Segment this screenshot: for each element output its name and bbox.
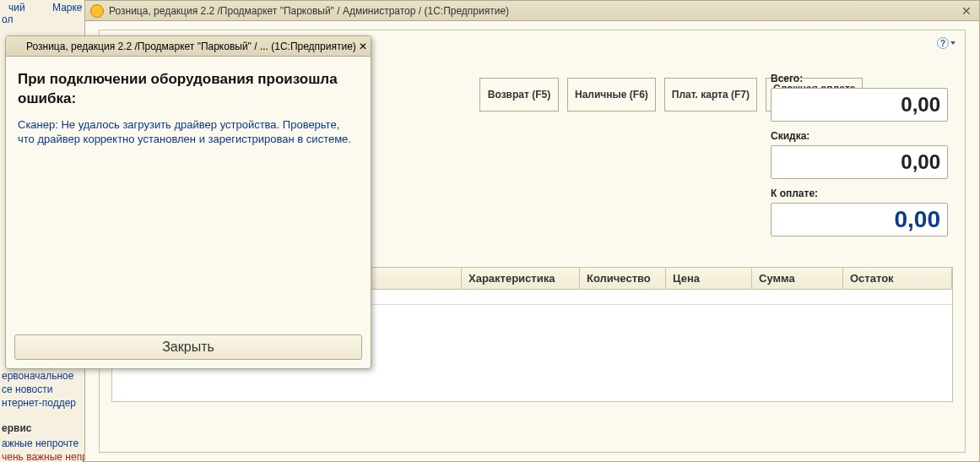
discount-value: 0,00 (901, 150, 940, 174)
total-value: 0,00 (901, 93, 940, 117)
bg-warning: чень важные непро (0, 451, 95, 462)
bg-link[interactable]: нтернет-поддер (0, 397, 78, 409)
cash-button[interactable]: Наличные (F6) (567, 78, 656, 111)
total-value-box: 0,00 (771, 88, 948, 122)
app-1c-icon (90, 4, 104, 18)
dialog-title: Розница, редакция 2.2 /Продмаркет "Парко… (26, 41, 359, 52)
bg-text: ервоначальное (0, 370, 75, 382)
button-label: Возврат (F5) (488, 89, 550, 101)
main-window-title: Розница, редакция 2.2 /Продмаркет "Парко… (109, 5, 959, 17)
totals-panel: Всего: 0,00 Скидка: 0,00 К оплате: 0,00 (771, 71, 948, 245)
card-button[interactable]: Плат. карта (F7) (664, 78, 757, 111)
table-header-remainder[interactable]: Остаток (843, 268, 952, 289)
button-label: Наличные (F6) (575, 89, 648, 101)
discount-label: Скидка: (771, 130, 948, 142)
return-button[interactable]: Возврат (F5) (479, 78, 559, 111)
topay-value-box: 0,00 (771, 203, 948, 236)
app-1c-icon (9, 41, 21, 52)
bg-text: чий (7, 2, 27, 14)
chevron-down-icon (950, 41, 956, 45)
dialog-close-button[interactable]: Закрыть (14, 334, 362, 360)
error-heading: При подключении оборудования произошла о… (18, 70, 359, 109)
help-button[interactable]: ? (936, 35, 956, 51)
table-header-characteristic[interactable]: Характеристика (462, 268, 580, 289)
button-label: Плат. карта (F7) (672, 89, 750, 101)
main-window-close-button[interactable]: ✕ (959, 3, 974, 19)
table-header-price[interactable]: Цена (666, 268, 752, 289)
help-icon: ? (937, 37, 949, 49)
dialog-body: При подключении оборудования произошла о… (6, 57, 371, 154)
topay-value: 0,00 (895, 206, 941, 233)
total-label: Всего: (771, 73, 948, 84)
bg-link[interactable]: се новости (0, 383, 54, 395)
table-header-sum[interactable]: Сумма (752, 268, 843, 289)
dialog-footer: Закрыть (14, 334, 362, 360)
dialog-close-x[interactable]: ✕ (359, 41, 367, 52)
bg-text: ол (0, 14, 14, 25)
topay-label: К оплате: (771, 188, 948, 199)
main-titlebar: Розница, редакция 2.2 /Продмаркет "Парко… (85, 1, 979, 21)
dialog-titlebar: Розница, редакция 2.2 /Продмаркет "Парко… (6, 36, 371, 57)
error-dialog: Розница, редакция 2.2 /Продмаркет "Парко… (5, 35, 371, 369)
bg-heading: ервис (0, 422, 33, 434)
error-text: Сканер: Не удалось загрузить драйвер уст… (18, 117, 359, 147)
bg-link[interactable]: ажные непрочте (0, 438, 80, 449)
table-header-quantity[interactable]: Количество (580, 268, 666, 289)
bg-text: Марке (51, 2, 84, 14)
discount-value-box: 0,00 (771, 145, 948, 179)
